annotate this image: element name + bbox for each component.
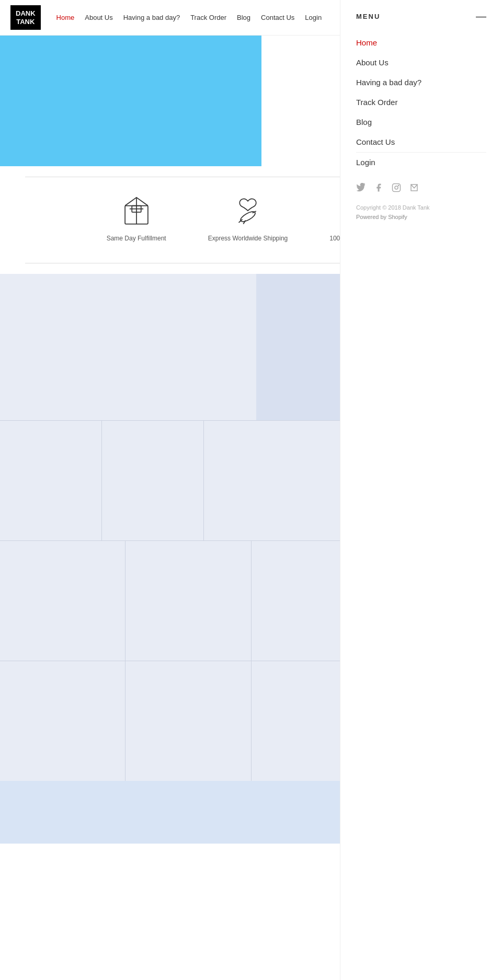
nav-home[interactable]: Home bbox=[56, 14, 75, 21]
nav-about[interactable]: About Us bbox=[85, 14, 112, 21]
twitter-icon[interactable] bbox=[356, 183, 366, 195]
product-cell-3-1[interactable] bbox=[0, 541, 126, 661]
menu-social bbox=[356, 183, 486, 195]
feature-fulfillment-label: Same Day Fulfillment bbox=[107, 235, 166, 242]
menu-divider bbox=[356, 152, 486, 153]
nav-bad-day[interactable]: Having a bad day? bbox=[123, 14, 180, 21]
menu-item-home[interactable]: Home bbox=[356, 38, 486, 48]
menu-item-login[interactable]: Login bbox=[356, 158, 486, 167]
facebook-icon[interactable] bbox=[374, 183, 383, 195]
feature-shipping: Express Worldwide Shipping bbox=[208, 193, 288, 242]
logo-line2: TANK bbox=[16, 18, 35, 26]
menu-item-contact[interactable]: Contact Us bbox=[356, 137, 486, 147]
product-cell-2-2[interactable] bbox=[102, 421, 204, 540]
svg-point-9 bbox=[395, 186, 398, 189]
box-icon bbox=[118, 193, 155, 229]
menu-login-item: Login bbox=[356, 158, 486, 167]
product-cell-4-2[interactable] bbox=[126, 661, 251, 781]
menu-item-blog[interactable]: Blog bbox=[356, 118, 486, 127]
instagram-icon[interactable] bbox=[392, 183, 401, 195]
logo-line1: DANK bbox=[16, 9, 36, 17]
menu-header: MENU — bbox=[356, 10, 486, 22]
feature-fulfillment: Same Day Fulfillment bbox=[107, 193, 166, 242]
menu-close-button[interactable]: — bbox=[476, 10, 486, 22]
product-featured-left[interactable] bbox=[0, 274, 256, 420]
copyright-text: Copyright © 2018 Dank Tank bbox=[356, 203, 486, 213]
menu-footer: Copyright © 2018 Dank Tank Powered by Sh… bbox=[356, 203, 486, 222]
menu-link-blog[interactable]: Blog bbox=[356, 118, 372, 126]
product-cell-3-2[interactable] bbox=[126, 541, 251, 661]
product-cell-2-1[interactable] bbox=[0, 421, 102, 540]
menu-items: Home About Us Having a bad day? Track Or… bbox=[356, 38, 486, 147]
menu-item-track[interactable]: Track Order bbox=[356, 98, 486, 107]
menu-link-login[interactable]: Login bbox=[356, 158, 375, 167]
menu-link-track[interactable]: Track Order bbox=[356, 98, 397, 107]
svg-rect-8 bbox=[393, 184, 401, 192]
powered-by-link[interactable]: Powered by Shopify bbox=[356, 214, 407, 220]
nav-login[interactable]: Login bbox=[305, 14, 322, 21]
product-cell-2-3[interactable] bbox=[204, 421, 353, 540]
email-icon[interactable] bbox=[409, 183, 419, 195]
logo[interactable]: DANK TANK bbox=[10, 5, 41, 30]
plane-icon bbox=[230, 193, 266, 229]
hero-image bbox=[0, 36, 261, 166]
menu-title: MENU bbox=[356, 13, 380, 20]
feature-shipping-label: Express Worldwide Shipping bbox=[208, 235, 288, 242]
svg-point-10 bbox=[398, 185, 399, 186]
product-cell-4-1[interactable] bbox=[0, 661, 126, 781]
menu-overlay: MENU — Home About Us Having a bad day? T… bbox=[340, 0, 502, 980]
menu-link-contact[interactable]: Contact Us bbox=[356, 137, 395, 146]
menu-item-badday[interactable]: Having a bad day? bbox=[356, 78, 486, 87]
menu-link-badday[interactable]: Having a bad day? bbox=[356, 78, 421, 87]
nav-track[interactable]: Track Order bbox=[190, 14, 226, 21]
nav-blog[interactable]: Blog bbox=[237, 14, 250, 21]
menu-item-about[interactable]: About Us bbox=[356, 58, 486, 67]
menu-link-home[interactable]: Home bbox=[356, 38, 377, 47]
menu-link-about[interactable]: About Us bbox=[356, 58, 389, 67]
nav-contact[interactable]: Contact Us bbox=[261, 14, 294, 21]
